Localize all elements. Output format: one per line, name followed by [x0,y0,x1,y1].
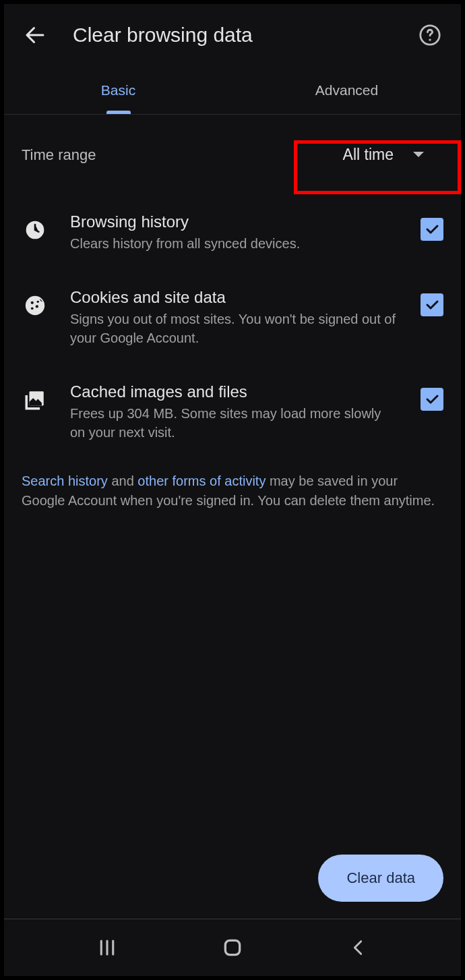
time-range-label: Time range [22,146,324,164]
tab-advanced[interactable]: Advanced [232,66,461,114]
checkbox-cache[interactable] [421,388,443,411]
time-range-value: All time [343,146,394,164]
nav-recents-button[interactable] [87,927,127,968]
option-subtitle: Frees up 304 MB. Some sites may load mor… [70,404,399,442]
check-icon [424,391,440,407]
option-title: Cached images and files [70,382,399,401]
option-text: Cookies and site data Signs you out of m… [70,288,399,347]
page-title: Clear browsing data [73,24,392,47]
tab-bar: Basic Advanced [4,66,461,115]
system-navbar [4,919,461,976]
svg-point-6 [37,301,39,303]
other-activity-link[interactable]: other forms of activity [137,473,266,488]
tab-basic[interactable]: Basic [4,66,232,114]
recents-icon [97,938,117,958]
svg-point-4 [36,305,38,308]
cookie-icon [22,292,49,319]
option-cookies[interactable]: Cookies and site data Signs you out of m… [4,270,461,365]
time-range-row: Time range All time [4,115,461,195]
search-history-link[interactable]: Search history [22,473,108,488]
help-button[interactable] [414,19,446,51]
check-icon [424,221,440,237]
clock-icon [22,217,49,243]
nav-home-button[interactable] [212,927,253,968]
account-note: Search history and other forms of activi… [4,459,461,523]
svg-point-1 [429,38,431,40]
image-stack-icon [22,386,49,413]
tab-label: Basic [101,82,135,98]
clear-data-label: Clear data [346,869,415,886]
checkbox-cookies[interactable] [421,293,443,316]
chevron-down-icon [412,151,425,159]
clear-data-button[interactable]: Clear data [318,855,443,902]
option-subtitle: Clears history from all synced devices. [70,234,399,253]
time-range-dropdown[interactable]: All time [324,136,443,173]
option-title: Browsing history [70,212,399,231]
option-text: Browsing history Clears history from all… [70,212,399,253]
option-cache[interactable]: Cached images and files Frees up 304 MB.… [4,365,461,459]
tab-label: Advanced [315,82,378,98]
svg-rect-11 [225,940,239,954]
checkbox-browsing-history[interactable] [421,218,443,241]
arrow-left-icon [23,23,47,47]
chevron-left-icon [348,938,367,957]
check-icon [424,297,440,313]
svg-point-3 [31,301,34,304]
option-title: Cookies and site data [70,288,399,307]
help-icon [418,24,441,47]
back-button[interactable] [19,19,51,51]
option-browsing-history[interactable]: Browsing history Clears history from all… [4,195,461,270]
nav-back-button[interactable] [338,927,378,968]
option-text: Cached images and files Frees up 304 MB.… [70,382,399,442]
svg-point-5 [31,307,34,310]
app-header: Clear browsing data [4,4,461,66]
home-icon [222,937,243,958]
option-subtitle: Signs you out of most sites. You won't b… [70,310,399,347]
